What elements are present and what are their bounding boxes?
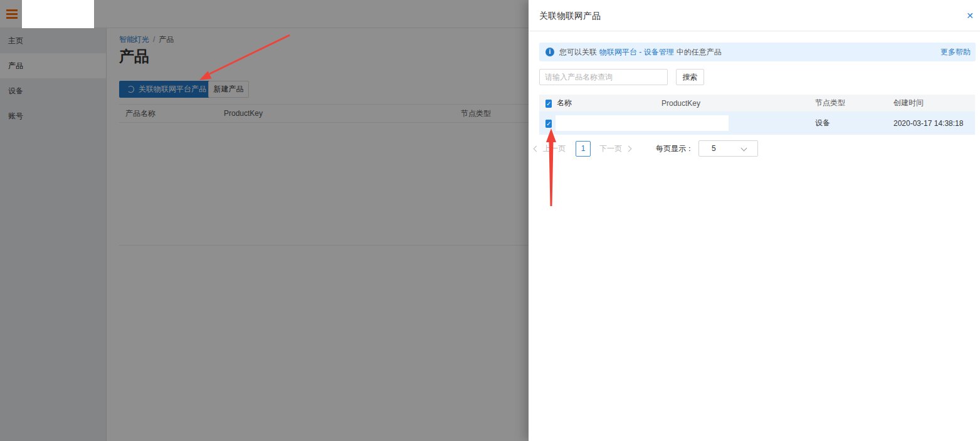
- link-iot-product-drawer: 关联物联网产品 ✕ i 您可以关联 物联网平台 - 设备管理 中的任意产品 更多…: [529, 0, 980, 441]
- next-page-button[interactable]: 下一页: [599, 143, 622, 154]
- per-page-select[interactable]: 5: [698, 140, 758, 157]
- product-name-redaction-box: [556, 115, 729, 131]
- per-page-label: 每页显示：: [656, 143, 693, 154]
- drawer-header: 关联物联网产品 ✕: [529, 0, 980, 31]
- chevron-right-icon[interactable]: [626, 145, 632, 152]
- col-node-type: 节点类型: [815, 98, 893, 108]
- close-icon[interactable]: ✕: [964, 10, 976, 21]
- row-checkbox-cell: ✓: [539, 119, 557, 128]
- search-button[interactable]: 搜索: [676, 69, 704, 85]
- select-all-cell: ✓: [539, 99, 557, 108]
- row-checkbox-checked[interactable]: ✓: [545, 120, 552, 128]
- row-node-type: 设备: [815, 118, 893, 128]
- drawer-table-header: ✓ 名称 ProductKey 节点类型 创建时间: [539, 95, 975, 112]
- info-banner: i 您可以关联 物联网平台 - 设备管理 中的任意产品 更多帮助: [539, 43, 976, 61]
- chevron-down-icon: [741, 145, 747, 152]
- select-all-checkbox-checked[interactable]: ✓: [545, 100, 552, 108]
- col-product-key: ProductKey: [661, 99, 815, 108]
- col-created-time: 创建时间: [893, 98, 975, 108]
- drawer-title: 关联物联网产品: [539, 0, 601, 31]
- col-name: 名称: [557, 98, 661, 108]
- page-number-current[interactable]: 1: [576, 141, 591, 157]
- pagination: 上一页 1 下一页 每页显示： 5: [534, 140, 758, 157]
- banner-text-prefix: 您可以关联: [559, 47, 597, 58]
- banner-device-management-link[interactable]: 物联网平台 - 设备管理: [599, 47, 674, 58]
- drawer-product-table: ✓ 名称 ProductKey 节点类型 创建时间 ✓ 设备 2020-03-1…: [539, 95, 975, 135]
- per-page-value: 5: [712, 144, 716, 153]
- chevron-left-icon[interactable]: [534, 145, 540, 152]
- banner-text-suffix: 中的任意产品: [677, 47, 722, 58]
- info-icon: i: [545, 48, 554, 56]
- product-search-input[interactable]: [539, 69, 668, 85]
- screen: 主页 产品 设备 账号 智能灯光/产品 产品 关联物联网平台产品 新建产品 产品…: [0, 0, 980, 441]
- product-table-row[interactable]: ✓ 设备 2020-03-17 14:38:18: [539, 112, 975, 135]
- logo-redaction-box: [22, 0, 94, 28]
- prev-page-button[interactable]: 上一页: [543, 143, 566, 154]
- modal-backdrop[interactable]: [0, 0, 529, 441]
- more-help-link[interactable]: 更多帮助: [940, 47, 971, 58]
- row-created-time: 2020-03-17 14:38:18: [893, 119, 975, 128]
